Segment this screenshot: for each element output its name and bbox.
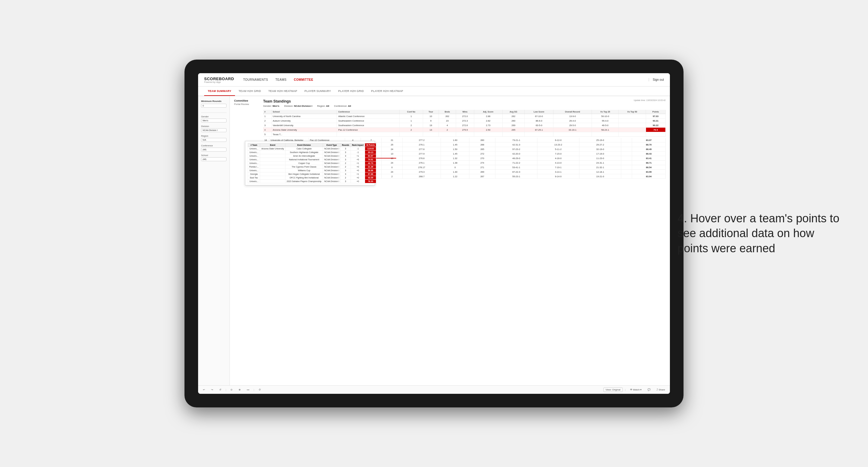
tab-player-h2h-grid[interactable]: PLAYER H2H GRID [335, 87, 368, 96]
adj-cell: 2.86 [474, 114, 502, 119]
list-item: Univers... Arizona State University Cabo… [248, 147, 376, 151]
report-container: Committee Portal Review Team Standings G… [234, 99, 666, 179]
col-bnds: Bnds [438, 110, 456, 114]
col-wins: Wins [456, 110, 474, 114]
logo-sub: Powered by clippi [204, 81, 234, 83]
tooltip-popup: # Team Event Event Division Event Type R… [245, 141, 375, 185]
tooltip-table: # Team Event Event Division Event Type R… [248, 143, 376, 183]
tab-player-summary[interactable]: PLAYER SUMMARY [301, 87, 335, 96]
tablet-screen: SCOREBOARD Powered by clippi TOURNAMENTS… [198, 73, 670, 394]
region-filter: Region: All [317, 105, 329, 107]
tour-cell: 10 [423, 114, 439, 119]
table-row[interactable]: 5 Texas T... [263, 132, 666, 137]
tt-col-rank: Rank Impact [350, 143, 365, 147]
region-label: Region [201, 134, 226, 137]
tt-col-evtype: Event Type [323, 143, 341, 147]
tab-team-h2h-heatmap[interactable]: TEAM H2H HEATMAP [265, 87, 301, 96]
undo-button[interactable]: ↩ [201, 388, 207, 392]
table-row[interactable]: 3 Vanderbilt University Southeastern Con… [263, 123, 666, 128]
region-select[interactable]: N/A [201, 138, 226, 142]
tab-team-summary[interactable]: TEAM SUMMARY [204, 87, 235, 96]
content-area: Committee Portal Review Team Standings G… [230, 96, 670, 385]
vstop50-cell [619, 114, 646, 119]
annotation-container: 4. Hover over a team's points to see add… [678, 211, 844, 256]
main-nav: TOURNAMENTS TEAMS COMMITTEE [243, 74, 649, 86]
list-item: Univers... Copper Cup NCAA Division I 2 … [248, 161, 376, 165]
list-item: East Tac OFCC Fighting Illini Invitation… [248, 176, 376, 180]
overall-cell: 13-9-0 [554, 114, 592, 119]
tt-col-wpts: W Points [365, 143, 376, 147]
bnds-cell: 262 [438, 114, 456, 119]
col-conf-no: Conf No [400, 110, 423, 114]
table-row[interactable]: 2 Auburn University Southeastern Confere… [263, 119, 666, 123]
table-row[interactable]: 4 Arizona State University Pac-12 Confer… [263, 128, 666, 132]
copy-button[interactable]: ⊙ [229, 388, 235, 392]
redo-button[interactable]: ↪ [209, 388, 215, 392]
col-school: School [271, 110, 337, 114]
team-standings-table: # School Conference Conf No Tour Bnds Wi… [263, 110, 666, 137]
update-time: Update time: 13/03/2024 10:03:42 [633, 99, 666, 101]
division-filter: Division: NCAA Division I [284, 105, 312, 107]
paste-button[interactable]: ⊕ [237, 388, 243, 392]
nav-teams[interactable]: TEAMS [275, 74, 286, 86]
tt-col-rounds: Rounds [341, 143, 350, 147]
vstop25-cell: 50-10-0 [592, 114, 619, 119]
list-item: Florida I... The Cypress Point Classic N… [248, 165, 376, 169]
report-title: Team Standings [263, 99, 351, 103]
main-content: Minimum Rounds Gender Men's Division NCA… [198, 96, 670, 385]
nav-committee[interactable]: COMMITTEE [294, 74, 313, 86]
col-points: Points [646, 110, 665, 114]
reset-button[interactable]: ↺ [217, 388, 223, 392]
list-item: Univers... Amer An Intercollegiate NCAA … [248, 154, 376, 158]
min-rounds-input[interactable] [201, 104, 226, 108]
col-conference: Conference [337, 110, 400, 114]
timer-button[interactable]: ⏱ [257, 388, 263, 392]
report-filters: Gender: Men's Division: NCAA Division I … [263, 105, 351, 107]
settings-button[interactable]: ••• [245, 388, 251, 392]
toolbar-sep-3: | [625, 388, 626, 391]
col-low-score: Low Score [524, 110, 554, 114]
nav-tournaments[interactable]: TOURNAMENTS [243, 74, 268, 86]
conference-filter: Conference: All [334, 105, 351, 107]
toolbar-sep-1: | [226, 388, 226, 391]
col-avg-sg: Avg SG [502, 110, 524, 114]
watch-button[interactable]: 👁 Watch ▾ [628, 388, 644, 392]
committee-header: Committee [234, 99, 258, 102]
gender-filter: Gender: Men's [263, 105, 279, 107]
app-header: SCOREBOARD Powered by clippi TOURNAMENTS… [198, 73, 670, 87]
list-item: Univers... National Invitational Tournam… [248, 158, 376, 161]
min-rounds-label: Minimum Rounds [201, 100, 226, 102]
wins-cell: 272.0 [456, 114, 474, 119]
conference-select[interactable]: (All) [201, 148, 226, 152]
list-item: Univers... 2023 Sahalee Players Champion… [248, 180, 376, 183]
tt-col-team: # Team [248, 143, 260, 147]
confno-cell: 1 [400, 114, 423, 119]
list-item: Univers... Williams Cup NCAA Division I … [248, 169, 376, 173]
avgsg-cell: 262 [502, 114, 524, 119]
tt-col-event: Event [260, 143, 285, 147]
tt-col-evdiv: Event Division [285, 143, 323, 147]
col-rank: # [263, 110, 271, 114]
report-header: Team Standings Gender: Men's Division: N… [263, 99, 666, 107]
share-button[interactable]: ⤴ Share [655, 388, 667, 392]
sign-out-button[interactable]: Sign out [649, 78, 664, 81]
school-cell: University of North Carolina [271, 114, 337, 119]
comment-button[interactable]: 💬 [646, 388, 652, 392]
annotation-text: 4. Hover over a team's points to see add… [678, 211, 844, 256]
tab-player-h2h-heatmap[interactable]: PLAYER H2H HEATMAP [368, 87, 407, 96]
table-row[interactable]: 1 University of North Carolina Atlantic … [263, 114, 666, 119]
division-label: Division [201, 125, 226, 128]
logo-area: SCOREBOARD Powered by clippi [204, 76, 234, 83]
col-vs-top-25: Vs Top 25 [592, 110, 619, 114]
col-vs-top-50: Vs Top 50 [619, 110, 646, 114]
points-cell[interactable]: 97.03 [646, 114, 665, 119]
view-original-button[interactable]: View: Original [603, 387, 622, 392]
school-label: School [201, 154, 226, 157]
gender-select[interactable]: Men's [201, 119, 226, 123]
division-select[interactable]: NCAA Division I [201, 128, 226, 132]
low-cell: 67-10-0 [524, 114, 554, 119]
sidebar: Minimum Rounds Gender Men's Division NCA… [198, 96, 230, 385]
committee-subheader: Portal Review [234, 103, 258, 105]
school-select[interactable]: (All) [201, 157, 226, 161]
tab-team-h2h-grid[interactable]: TEAM H2H GRID [235, 87, 265, 96]
